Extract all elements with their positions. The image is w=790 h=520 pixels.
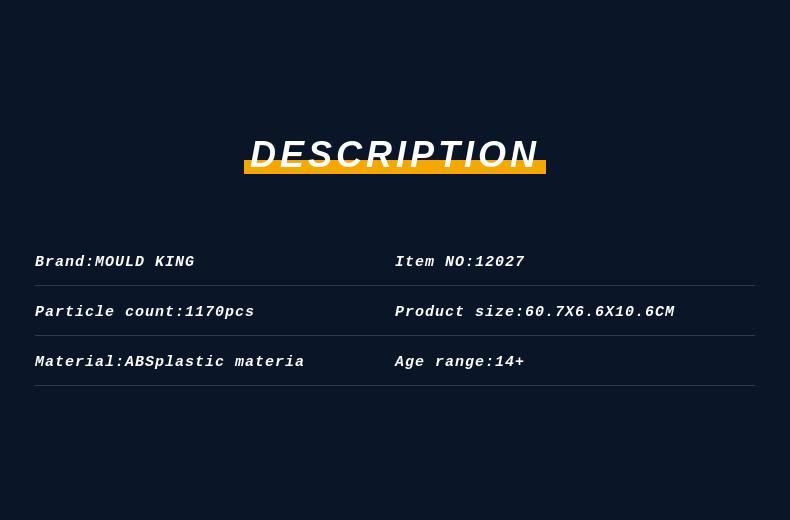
- spec-row-material: Material: ABSplastic materia Age range: …: [35, 336, 755, 386]
- spec-item-item-no: Item NO: 12027: [395, 254, 755, 271]
- spec-item-particle: Particle count: 1170pcs: [35, 304, 395, 321]
- main-container: DESCRIPTION Brand: MOULD KING Item NO: 1…: [35, 134, 755, 386]
- age-range-value: 14+: [495, 354, 525, 371]
- spec-row-particle: Particle count: 1170pcs Product size: 60…: [35, 286, 755, 336]
- particle-label: Particle count:: [35, 304, 185, 321]
- page-title: DESCRIPTION: [250, 134, 540, 176]
- age-range-label: Age range:: [395, 354, 495, 371]
- specs-container: Brand: MOULD KING Item NO: 12027 Particl…: [35, 236, 755, 386]
- spec-item-age-range: Age range: 14+: [395, 354, 755, 371]
- product-size-value: 60.7X6.6X10.6CM: [525, 304, 675, 321]
- material-value: ABSplastic materia: [125, 354, 305, 371]
- spec-item-product-size: Product size: 60.7X6.6X10.6CM: [395, 304, 755, 321]
- spec-row-brand: Brand: MOULD KING Item NO: 12027: [35, 236, 755, 286]
- material-label: Material:: [35, 354, 125, 371]
- spec-item-brand: Brand: MOULD KING: [35, 254, 395, 271]
- item-no-label: Item NO:: [395, 254, 475, 271]
- spec-item-material: Material: ABSplastic materia: [35, 354, 395, 371]
- product-size-label: Product size:: [395, 304, 525, 321]
- brand-value: MOULD KING: [95, 254, 195, 271]
- item-no-value: 12027: [475, 254, 525, 271]
- title-wrapper: DESCRIPTION: [250, 134, 540, 176]
- particle-value: 1170pcs: [185, 304, 255, 321]
- brand-label: Brand:: [35, 254, 95, 271]
